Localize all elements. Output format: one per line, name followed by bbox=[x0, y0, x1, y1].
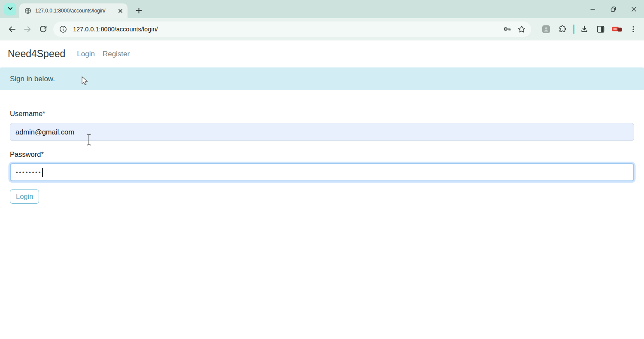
star-icon bbox=[517, 25, 526, 34]
profile-extension-button[interactable] bbox=[540, 23, 553, 36]
close-window-icon bbox=[631, 6, 637, 12]
globe-favicon-icon bbox=[24, 7, 31, 14]
toolbar-right-icons bbox=[536, 23, 640, 36]
browser-menu-button[interactable] bbox=[627, 23, 640, 36]
password-manager-button[interactable] bbox=[501, 23, 513, 35]
password-label: Password* bbox=[10, 150, 634, 159]
downloads-button[interactable] bbox=[578, 23, 591, 36]
nav-link-login[interactable]: Login bbox=[77, 50, 95, 58]
info-alert: Sign in below. bbox=[0, 67, 644, 90]
extension-badge-icon bbox=[612, 26, 622, 32]
back-icon bbox=[8, 25, 16, 34]
chevron-down-icon bbox=[7, 6, 13, 13]
username-input[interactable] bbox=[10, 123, 634, 141]
forward-icon bbox=[23, 25, 32, 34]
toolbar-separator bbox=[573, 24, 574, 34]
login-button[interactable]: Login bbox=[10, 189, 39, 204]
site-navbar: Need4Speed Login Register bbox=[0, 40, 644, 67]
side-panel-icon bbox=[596, 25, 605, 34]
browser-toolbar: 127.0.0.1:8000/accounts/login/ bbox=[0, 18, 644, 40]
window-controls bbox=[582, 0, 644, 18]
address-bar[interactable]: 127.0.0.1:8000/accounts/login/ bbox=[53, 21, 531, 37]
login-form: Username* Password* •••••••• Login bbox=[0, 110, 644, 204]
tab-title: 127.0.0.1:8000/accounts/login/ bbox=[35, 8, 116, 14]
close-window-button[interactable] bbox=[623, 0, 644, 18]
url-text[interactable]: 127.0.0.1:8000/accounts/login/ bbox=[73, 26, 498, 33]
username-label: Username* bbox=[10, 110, 634, 118]
extension-avatar-icon bbox=[542, 25, 550, 34]
back-button[interactable] bbox=[4, 21, 20, 37]
new-tab-icon bbox=[136, 7, 142, 14]
puzzle-icon bbox=[558, 25, 567, 34]
password-masked-value: •••••••• bbox=[16, 170, 42, 175]
close-tab-icon[interactable] bbox=[116, 7, 124, 15]
download-icon bbox=[580, 25, 589, 34]
brand-link[interactable]: Need4Speed bbox=[8, 48, 65, 60]
minimize-icon bbox=[590, 6, 595, 12]
side-panel-button[interactable] bbox=[594, 23, 607, 36]
info-icon bbox=[59, 25, 67, 33]
site-info-button[interactable] bbox=[57, 23, 69, 35]
refresh-button[interactable] bbox=[35, 21, 51, 37]
forward-button[interactable] bbox=[20, 21, 35, 37]
browser-tab[interactable]: 127.0.0.1:8000/accounts/login/ bbox=[19, 3, 128, 18]
nav-link-register[interactable]: Register bbox=[103, 50, 130, 58]
tab-strip: 127.0.0.1:8000/accounts/login/ bbox=[0, 0, 644, 18]
refresh-icon bbox=[39, 25, 47, 33]
restore-icon bbox=[611, 6, 616, 12]
key-icon bbox=[503, 24, 512, 34]
restore-button[interactable] bbox=[603, 0, 623, 18]
new-tab-button[interactable] bbox=[133, 4, 145, 16]
alert-message: Sign in below. bbox=[10, 75, 55, 83]
password-input[interactable]: •••••••• bbox=[10, 163, 634, 181]
page-body: Need4Speed Login Register Sign in below.… bbox=[0, 40, 644, 339]
tab-search-button[interactable] bbox=[4, 3, 16, 15]
extension-badge-button[interactable] bbox=[611, 23, 623, 36]
extensions-button[interactable] bbox=[556, 23, 569, 36]
minimize-button[interactable] bbox=[582, 0, 603, 18]
menu-dots-icon bbox=[630, 25, 637, 33]
bookmark-button[interactable] bbox=[516, 23, 528, 35]
text-caret bbox=[42, 168, 43, 177]
